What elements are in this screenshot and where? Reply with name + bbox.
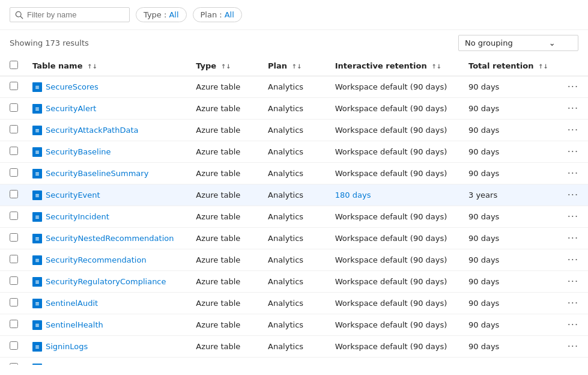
row-actions[interactable]: ··· — [558, 336, 588, 358]
more-options-icon[interactable]: ··· — [568, 81, 578, 93]
row-checkbox[interactable] — [10, 255, 18, 263]
row-checkbox-cell[interactable] — [0, 249, 23, 271]
table-name-text[interactable]: SecurityIncident — [46, 212, 109, 221]
row-checkbox-cell[interactable] — [0, 228, 23, 249]
row-actions[interactable]: ··· — [558, 293, 588, 314]
more-options-icon[interactable]: ··· — [568, 254, 578, 266]
table-name-text[interactable]: SecurityEvent — [46, 191, 100, 200]
row-actions[interactable]: ··· — [558, 76, 588, 98]
row-checkbox[interactable] — [10, 276, 18, 285]
row-checkbox-cell[interactable] — [0, 293, 23, 314]
search-box[interactable] — [10, 7, 130, 22]
more-options-icon[interactable]: ··· — [568, 276, 578, 287]
row-checkbox[interactable] — [10, 341, 18, 350]
table-name-text[interactable]: SecurityRecommendation — [46, 255, 147, 264]
row-table-name[interactable]: ≡ SecurityAlert — [23, 98, 186, 120]
row-table-name[interactable]: ≡ SecurityRegulatoryCompliance — [23, 271, 186, 293]
table-name-text[interactable]: SecurityAttackPathData — [46, 126, 138, 135]
table-name-text[interactable]: SigninLogs — [46, 342, 88, 351]
row-table-name[interactable]: ≡ SecurityNestedRecommendation — [23, 228, 186, 249]
table-name-text[interactable]: SecurityRegulatoryCompliance — [46, 277, 166, 286]
row-checkbox-cell[interactable] — [0, 358, 23, 365]
row-interactive-retention: Workspace default (90 days) — [326, 293, 459, 314]
col-header-type[interactable]: Type ↑↓ — [186, 56, 258, 76]
row-checkbox[interactable] — [10, 298, 18, 306]
row-type: Azure table — [186, 206, 258, 228]
more-options-icon[interactable]: ··· — [568, 341, 578, 352]
row-table-name[interactable]: ≡ SecurityRecommendation — [23, 249, 186, 271]
row-checkbox[interactable] — [10, 233, 18, 242]
table-icon: ≡ — [32, 364, 42, 365]
row-checkbox-cell[interactable] — [0, 76, 23, 98]
more-options-icon[interactable]: ··· — [568, 362, 578, 365]
col-header-total[interactable]: Total retention ↑↓ — [459, 56, 558, 76]
row-checkbox[interactable] — [10, 190, 18, 198]
row-table-name[interactable]: ≡ SecurityBaselineSummary — [23, 163, 186, 184]
more-options-icon[interactable]: ··· — [568, 297, 578, 309]
row-actions[interactable]: ··· — [558, 358, 588, 365]
row-table-name[interactable]: ≡ SigninLogs — [23, 336, 186, 358]
more-options-icon[interactable]: ··· — [568, 233, 578, 244]
more-options-icon[interactable]: ··· — [568, 319, 578, 331]
header-checkbox-cell[interactable] — [0, 56, 23, 76]
type-filter-badge[interactable]: Type : All — [136, 7, 187, 22]
more-options-icon[interactable]: ··· — [568, 103, 578, 114]
row-checkbox[interactable] — [10, 125, 18, 133]
more-options-icon[interactable]: ··· — [568, 189, 578, 201]
col-header-interactive[interactable]: Interactive retention ↑↓ — [326, 56, 459, 76]
row-table-name[interactable]: ≡ SecureScores — [23, 76, 186, 98]
row-actions[interactable]: ··· — [558, 184, 588, 206]
row-table-name[interactable]: ≡ SecurityBaseline — [23, 141, 186, 163]
row-table-name[interactable]: ≡ SecurityAttackPathData — [23, 120, 186, 141]
row-actions[interactable]: ··· — [558, 163, 588, 184]
row-checkbox[interactable] — [10, 103, 18, 112]
table-name-text[interactable]: SQLAssessmentRecommendation — [46, 364, 177, 365]
plan-filter-badge[interactable]: Plan : All — [193, 7, 242, 22]
table-name-text[interactable]: SecurityBaseline — [46, 147, 111, 156]
row-checkbox-cell[interactable] — [0, 314, 23, 336]
row-table-name[interactable]: ≡ SentinelHealth — [23, 314, 186, 336]
row-checkbox-cell[interactable] — [0, 336, 23, 358]
row-checkbox-cell[interactable] — [0, 120, 23, 141]
row-checkbox[interactable] — [10, 168, 18, 177]
row-checkbox[interactable] — [10, 320, 18, 328]
row-checkbox-cell[interactable] — [0, 271, 23, 293]
row-actions[interactable]: ··· — [558, 98, 588, 120]
more-options-icon[interactable]: ··· — [568, 146, 578, 157]
sort-icon-plan: ↑↓ — [292, 63, 302, 70]
row-actions[interactable]: ··· — [558, 141, 588, 163]
row-checkbox-cell[interactable] — [0, 98, 23, 120]
more-options-icon[interactable]: ··· — [568, 211, 578, 222]
table-name-text[interactable]: SecurityAlert — [46, 104, 96, 113]
row-actions[interactable]: ··· — [558, 271, 588, 293]
table-name-text[interactable]: SecureScores — [46, 82, 99, 91]
row-checkbox-cell[interactable] — [0, 141, 23, 163]
row-table-name[interactable]: ≡ SecurityIncident — [23, 206, 186, 228]
table-name-text[interactable]: SentinelAudit — [46, 299, 98, 308]
row-checkbox[interactable] — [10, 212, 18, 220]
grouping-dropdown[interactable]: No grouping ⌄ — [458, 35, 578, 51]
table-name-text[interactable]: SentinelHealth — [46, 320, 103, 329]
search-input[interactable] — [27, 10, 124, 19]
row-checkbox-cell[interactable] — [0, 206, 23, 228]
row-table-name[interactable]: ≡ SQLAssessmentRecommendation — [23, 358, 186, 365]
row-checkbox[interactable] — [10, 82, 18, 90]
row-actions[interactable]: ··· — [558, 228, 588, 249]
col-header-plan[interactable]: Plan ↑↓ — [258, 56, 326, 76]
row-checkbox[interactable] — [10, 363, 18, 365]
row-checkbox-cell[interactable] — [0, 184, 23, 206]
more-options-icon[interactable]: ··· — [568, 124, 578, 136]
col-header-name[interactable]: Table name ↑↓ — [23, 56, 186, 76]
row-table-name[interactable]: ≡ SecurityEvent — [23, 184, 186, 206]
row-checkbox-cell[interactable] — [0, 163, 23, 184]
row-actions[interactable]: ··· — [558, 206, 588, 228]
select-all-checkbox[interactable] — [10, 61, 18, 69]
table-name-text[interactable]: SecurityBaselineSummary — [46, 169, 148, 178]
row-checkbox[interactable] — [10, 147, 18, 155]
row-actions[interactable]: ··· — [558, 249, 588, 271]
row-actions[interactable]: ··· — [558, 314, 588, 336]
table-name-text[interactable]: SecurityNestedRecommendation — [46, 234, 174, 243]
more-options-icon[interactable]: ··· — [568, 168, 578, 179]
row-actions[interactable]: ··· — [558, 120, 588, 141]
row-table-name[interactable]: ≡ SentinelAudit — [23, 293, 186, 314]
